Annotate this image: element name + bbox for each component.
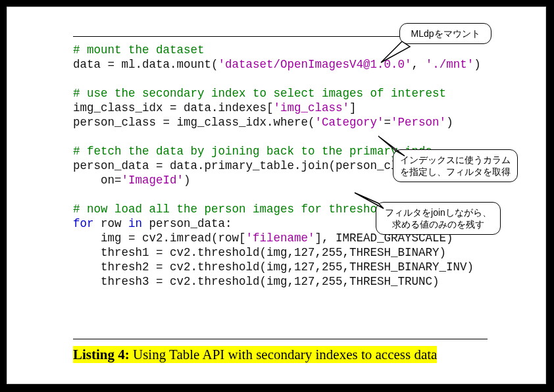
code-text: data = ml.data.mount( (73, 58, 218, 71)
callout-join: フィルタをjoinしながら、求める値のみのを残す (376, 202, 501, 235)
svg-marker-0 (381, 41, 410, 62)
callout-text: インデックスに使うカラムを指定し、フィルタを取得 (400, 155, 511, 177)
code-text: person_data = data.primary_table.join(pe… (73, 159, 426, 172)
svg-marker-1 (378, 136, 405, 156)
string-literal: 'Person' (391, 116, 446, 129)
page: # mount the dataset data = ml.data.mount… (7, 7, 546, 384)
code-text: ] (349, 101, 357, 114)
string-literal: './mnt' (426, 58, 474, 71)
comment-line: # use the secondary index to select imag… (73, 87, 446, 100)
code-text: person_class = img_class_idx.where( (73, 116, 315, 129)
callout-text: フィルタをjoinしながら、求める値のみのを残す (385, 207, 491, 230)
callout-pointer-icon (351, 189, 390, 215)
comment-line: # mount the dataset (73, 43, 205, 57)
string-literal: 'ImageId' (122, 174, 184, 187)
code-text: img_class_idx = data.indexes[ (73, 101, 274, 114)
keyword: for (73, 217, 94, 230)
code-text: ) (474, 58, 481, 71)
code-text: on= (73, 174, 122, 187)
svg-marker-2 (355, 193, 384, 208)
code-text: thresh3 = cv2.threshold(img,127,255,THRE… (73, 275, 440, 288)
caption-text: Using Table API with secondary indexes t… (130, 347, 438, 362)
rule-bottom (73, 339, 488, 339)
code-text: ) (184, 174, 191, 187)
code-text: row (94, 217, 129, 230)
callout-text: MLdpをマウント (411, 28, 480, 39)
code-text: = (384, 116, 391, 129)
comment-line: # now load all the person images for thr… (73, 203, 384, 216)
string-literal: 'Category' (315, 116, 384, 129)
code-text: ) (446, 116, 453, 129)
string-literal: 'filename' (246, 232, 315, 245)
callout-pointer-icon (373, 134, 413, 160)
string-literal: 'img_class' (274, 101, 350, 114)
code-text: thresh2 = cv2.threshold(img,127,255,THRE… (73, 260, 474, 274)
code-text: img = cv2.imread(row[ (73, 232, 246, 245)
caption-label: Listing 4: (73, 347, 130, 362)
callout-pointer-icon (376, 39, 415, 65)
listing-caption: Listing 4: Using Table API with secondar… (73, 347, 437, 363)
code-text: thresh1 = cv2.threshold(img,127,255,THRE… (73, 246, 446, 259)
code-text: person_data: (142, 217, 232, 230)
keyword: in (128, 217, 142, 230)
